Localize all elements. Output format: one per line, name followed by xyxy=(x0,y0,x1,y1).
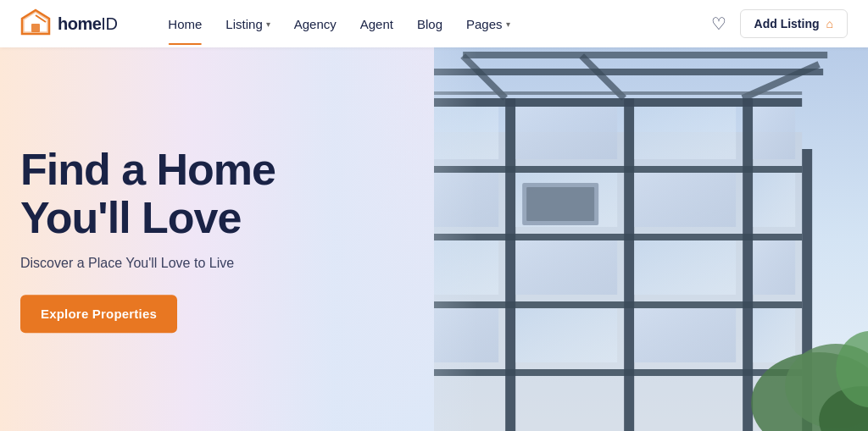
svg-rect-25 xyxy=(515,240,617,295)
add-listing-home-icon: ⌂ xyxy=(826,17,833,30)
svg-rect-26 xyxy=(634,240,736,295)
hero-subtitle: Discover a Place You'll Love to Live xyxy=(20,256,275,271)
add-listing-button[interactable]: Add Listing ⌂ xyxy=(740,9,848,38)
svg-rect-39 xyxy=(463,52,827,58)
svg-rect-27 xyxy=(753,240,795,295)
svg-rect-2 xyxy=(31,24,40,32)
hero-section: Find a Home You'll Love Discover a Place… xyxy=(0,47,868,431)
svg-rect-31 xyxy=(753,308,795,362)
nav-item-home[interactable]: Home xyxy=(158,10,212,38)
listing-chevron-icon: ▾ xyxy=(266,19,270,29)
svg-rect-22 xyxy=(634,173,736,227)
svg-rect-23 xyxy=(753,173,795,227)
hero-content: Find a Home You'll Love Discover a Place… xyxy=(20,146,275,333)
logo[interactable]: homeID xyxy=(20,8,117,39)
svg-rect-7 xyxy=(505,98,515,431)
svg-rect-29 xyxy=(515,308,617,362)
svg-rect-18 xyxy=(634,107,736,159)
svg-rect-8 xyxy=(624,98,634,431)
nav-item-agent[interactable]: Agent xyxy=(350,10,403,38)
hero-title: Find a Home You'll Love xyxy=(20,146,275,242)
svg-rect-30 xyxy=(634,308,736,362)
logo-text: homeID xyxy=(58,14,117,34)
logo-icon xyxy=(20,8,51,39)
svg-rect-9 xyxy=(743,98,753,431)
nav-item-blog[interactable]: Blog xyxy=(407,10,453,38)
heart-icon: ♡ xyxy=(711,14,726,34)
nav-item-agency[interactable]: Agency xyxy=(284,10,347,38)
nav-right: ♡ Add Listing ⌂ xyxy=(711,9,848,38)
svg-rect-33 xyxy=(526,187,594,221)
pages-chevron-icon: ▾ xyxy=(506,19,510,29)
explore-properties-button[interactable]: Explore Properties xyxy=(20,295,177,333)
svg-rect-19 xyxy=(753,107,795,159)
nav-item-listing[interactable]: Listing ▾ xyxy=(215,10,280,38)
nav-links: Home Listing ▾ Agency Agent Blog Pages ▾ xyxy=(158,10,710,38)
wishlist-button[interactable]: ♡ xyxy=(711,14,726,34)
nav-item-pages[interactable]: Pages ▾ xyxy=(456,10,520,38)
svg-rect-17 xyxy=(515,107,617,159)
navbar: homeID Home Listing ▾ Agency Agent Blog … xyxy=(0,0,868,47)
